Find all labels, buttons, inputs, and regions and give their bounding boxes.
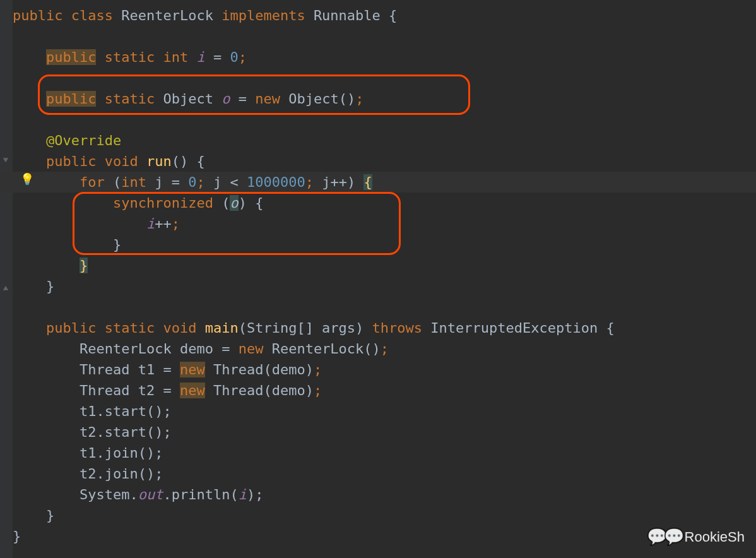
field-ref: i xyxy=(239,487,247,502)
code-line: t1.join(); xyxy=(13,442,615,463)
parens: () xyxy=(172,153,189,169)
keyword: static xyxy=(105,91,155,107)
code-line: i++; xyxy=(13,213,615,234)
code-line: for (int j = 0; j < 1000000; j++) { xyxy=(13,172,615,193)
code-line: t2.start(); xyxy=(13,422,615,442)
brace: } xyxy=(46,278,54,294)
code-line: Thread t1 = new Thread(demo); xyxy=(13,359,615,380)
brace: { xyxy=(255,195,263,211)
code-line xyxy=(13,109,615,130)
constructor-call: Thread(demo) xyxy=(213,383,314,398)
class-name: ReenterLock xyxy=(121,8,213,23)
statement: t1.join(); xyxy=(80,445,163,461)
operator: < xyxy=(230,174,238,190)
interface-name: Runnable xyxy=(314,8,381,23)
keyword: for xyxy=(80,174,105,190)
method-name: main xyxy=(205,320,239,336)
type: Thread xyxy=(80,383,129,398)
keyword: void xyxy=(163,320,196,336)
operator: = xyxy=(239,91,247,107)
keyword: int xyxy=(121,174,146,190)
code-line: public static Object o = new Object(); xyxy=(13,88,615,109)
code-line: public void run() { xyxy=(13,151,615,172)
paren: ( xyxy=(113,174,121,190)
increment: j++ xyxy=(322,174,347,190)
semicolon: ; xyxy=(239,49,247,65)
increment: ++ xyxy=(155,216,172,232)
paren: ) xyxy=(347,174,355,190)
code-line: t2.join(); xyxy=(13,463,615,484)
keyword: public xyxy=(46,153,96,169)
code-line: public static void main(String[] args) t… xyxy=(13,318,615,338)
annotation: @Override xyxy=(46,133,121,148)
code-line: } xyxy=(13,276,615,297)
operator: = xyxy=(221,341,230,357)
code-line: } xyxy=(13,234,615,255)
fold-arrow-icon xyxy=(1,284,10,293)
statement: t1.start(); xyxy=(80,403,172,419)
keyword: static xyxy=(105,49,155,65)
code-editor[interactable]: public class ReenterLock implements Runn… xyxy=(13,5,615,547)
operator: = xyxy=(172,174,180,190)
close: ); xyxy=(247,487,264,502)
type: ReenterLock xyxy=(80,341,172,357)
brace: { xyxy=(363,174,372,190)
variable: t2 xyxy=(138,383,155,398)
keyword: new xyxy=(180,383,205,398)
brace: } xyxy=(13,528,21,544)
type: Object xyxy=(163,91,213,107)
code-line: t1.start(); xyxy=(13,401,615,422)
semicolon: ; xyxy=(314,383,322,398)
brace: { xyxy=(389,8,397,23)
statement: t2.join(); xyxy=(80,466,163,482)
type: int xyxy=(163,49,188,65)
code-line: @Override xyxy=(13,130,615,151)
method-name: run xyxy=(146,153,172,169)
code-line: } xyxy=(13,255,615,276)
watermark: 💬💬 RookieSh xyxy=(647,527,745,547)
keyword: new xyxy=(180,362,205,377)
keyword: public xyxy=(46,49,96,65)
number-literal: 1000000 xyxy=(247,174,305,190)
code-line: public class ReenterLock implements Runn… xyxy=(13,5,615,26)
watermark-text: RookieSh xyxy=(685,529,745,545)
type: Thread xyxy=(80,362,129,377)
keyword: new xyxy=(239,341,264,357)
variable: demo xyxy=(180,341,213,357)
code-line xyxy=(13,26,615,47)
keyword: new xyxy=(255,91,280,107)
code-line xyxy=(13,68,615,88)
keyword: public xyxy=(46,91,96,107)
code-line: Thread t2 = new Thread(demo); xyxy=(13,380,615,401)
semicolon: ; xyxy=(381,341,389,357)
constructor-call: Object() xyxy=(288,91,355,107)
params: (String[] args) xyxy=(239,320,364,336)
keyword: public xyxy=(13,8,62,23)
method-call: .println( xyxy=(163,487,238,502)
operator: = xyxy=(163,362,171,377)
constructor-call: ReenterLock() xyxy=(272,341,381,357)
constructor-call: Thread(demo) xyxy=(213,362,314,377)
operator: = xyxy=(163,383,171,398)
brace: } xyxy=(113,237,121,252)
exception-type: InterruptedException xyxy=(430,320,598,336)
code-line: } xyxy=(13,526,615,547)
code-line: public static int i = 0; xyxy=(13,47,615,68)
code-line: System.out.println(i); xyxy=(13,484,615,505)
field-name: o xyxy=(221,91,230,107)
number-literal: 0 xyxy=(188,174,196,190)
code-line: ReenterLock demo = new ReenterLock(); xyxy=(13,338,615,359)
operator: = xyxy=(213,49,221,65)
variable: t1 xyxy=(138,362,155,377)
keyword: void xyxy=(105,153,138,169)
wechat-icon: 💬💬 xyxy=(647,527,681,547)
field-name: i xyxy=(196,49,204,65)
variable: j xyxy=(213,174,221,190)
field-ref: out xyxy=(138,487,163,502)
semicolon: ; xyxy=(172,216,180,232)
identifier: System. xyxy=(80,487,138,502)
keyword: synchronized xyxy=(113,195,213,211)
fold-arrow-icon xyxy=(1,155,10,164)
semicolon: ; xyxy=(196,174,204,190)
statement: t2.start(); xyxy=(80,424,172,440)
